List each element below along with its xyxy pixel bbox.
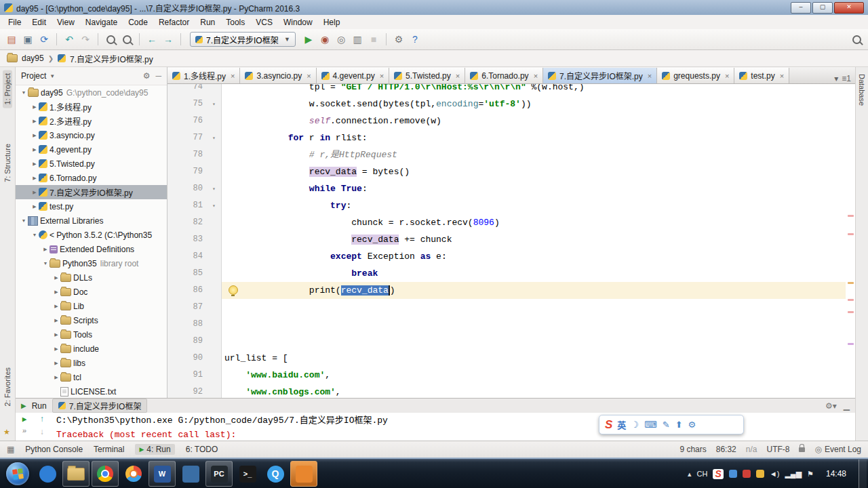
close-tab-icon[interactable]: × <box>456 72 460 80</box>
redo-icon[interactable]: ↷ <box>78 32 93 47</box>
editor-tab-5[interactable]: 6.Tornado.py× <box>465 68 543 83</box>
code-line[interactable]: 74 tpl = "GET / HTTP/1.0\r\nHost:%s\r\n\… <box>167 84 846 96</box>
sync-icon[interactable]: ⟳ <box>37 32 52 47</box>
close-tab-icon[interactable]: × <box>725 72 729 80</box>
caret-position-indicator[interactable]: 86:32 <box>716 445 736 454</box>
browser-360-icon[interactable] <box>35 462 60 486</box>
tree-item[interactable]: ▶2.多进程.py <box>16 114 167 128</box>
code-line[interactable]: 77▾ for r in rlist: <box>167 129 846 146</box>
chrome-icon[interactable] <box>92 461 119 487</box>
statusbar-6-todo[interactable]: 6: TODO <box>186 445 218 454</box>
tool-window-button-structure[interactable]: 7: Structure <box>0 140 15 186</box>
start-button[interactable] <box>6 462 29 485</box>
qq-icon[interactable]: Q <box>262 462 288 486</box>
prev-trace-icon[interactable]: ↑ <box>39 415 44 424</box>
help-icon[interactable]: ? <box>408 32 422 47</box>
collapse-arrow-icon[interactable]: ▼ <box>20 90 28 95</box>
sogou-logo-icon[interactable]: S <box>605 418 612 432</box>
close-button[interactable]: ✕ <box>834 2 864 14</box>
code-line[interactable]: 85 break <box>167 265 846 282</box>
tree-item[interactable]: ▼Python35library root <box>16 256 167 270</box>
expand-arrow-icon[interactable]: ▶ <box>41 247 50 252</box>
tool-window-button-database[interactable]: Database <box>856 74 868 106</box>
rerun-icon[interactable]: ▶ <box>22 415 27 424</box>
menu-tools[interactable]: Tools <box>220 16 250 28</box>
back-icon[interactable]: ← <box>144 32 159 47</box>
menu-view[interactable]: View <box>52 16 80 28</box>
tree-item[interactable]: ▶6.Tornado.py <box>16 171 167 185</box>
statusbar-python-console[interactable]: Python Console <box>25 445 83 454</box>
menu-code[interactable]: Code <box>123 16 153 28</box>
code-line[interactable]: 84 except Exception as e: <box>167 248 846 265</box>
collapse-arrow-icon[interactable]: ▼ <box>20 218 28 223</box>
expand-arrow-icon[interactable]: ▶ <box>31 190 39 195</box>
statusbar-4-run[interactable]: ▶4: Run <box>135 444 174 455</box>
editor-tab-1[interactable]: 1.多线程.py× <box>167 68 240 83</box>
expand-arrow-icon[interactable]: ▶ <box>52 375 60 380</box>
coverage-icon[interactable]: ◎ <box>334 32 349 47</box>
editor-tab-8[interactable]: test.py× <box>734 68 789 83</box>
run-configuration-select[interactable]: 7.自定义异步IO框架 ▼ <box>190 32 296 47</box>
editor-tab-6[interactable]: 7.自定义异步IO框架.py× <box>543 68 657 83</box>
volume-icon[interactable]: ◄) <box>770 470 780 478</box>
run-hide-icon[interactable]: ▁ <box>844 401 850 411</box>
tool-window-switcher-icon[interactable]: ▦ <box>7 445 14 454</box>
chevron-down-icon[interactable]: ▼ <box>50 73 55 79</box>
expand-arrow-icon[interactable]: ▶ <box>52 275 60 281</box>
collapse-arrow-icon[interactable]: ▼ <box>41 261 50 266</box>
close-tab-icon[interactable]: × <box>380 72 384 80</box>
undo-icon[interactable]: ↶ <box>62 32 77 47</box>
panel-hide-icon[interactable]: ─ <box>155 71 161 81</box>
app-blue-icon[interactable] <box>178 462 203 486</box>
console-app-icon[interactable]: >_ <box>235 462 260 486</box>
code-line[interactable]: 91 'www.baidu.com', <box>167 367 846 384</box>
maximize-button[interactable]: ▢ <box>812 2 833 14</box>
expand-arrow-icon[interactable]: ▶ <box>31 204 39 209</box>
run-content-tab[interactable]: 7.自定义异步IO框架 <box>52 399 148 413</box>
ime-moon-icon[interactable]: ☽ <box>631 420 639 430</box>
tray-app1-icon[interactable] <box>729 470 737 478</box>
expand-arrow-icon[interactable]: ▶ <box>31 147 39 152</box>
panel-settings-gear-icon[interactable]: ⚙ <box>143 71 151 81</box>
tree-item[interactable]: ▶3.asyncio.py <box>16 128 167 142</box>
code-line[interactable]: 79 recv_data = bytes() <box>167 163 846 180</box>
close-tab-icon[interactable]: × <box>780 72 784 80</box>
ime-skin-icon[interactable]: ⬆ <box>675 420 683 430</box>
action-center-icon[interactable]: ⚑ <box>807 470 814 479</box>
search-everywhere-icon[interactable] <box>849 32 864 47</box>
editor-tab-3[interactable]: 4.gevent.py× <box>317 68 389 83</box>
ime-handwriting-icon[interactable]: ✎ <box>663 420 670 430</box>
code-line[interactable]: 82 chunck = r.socket.recv(8096) <box>167 214 846 231</box>
ime-keyboard-icon[interactable]: ⌨ <box>644 420 657 430</box>
tree-item[interactable]: ▶Tools <box>16 327 167 342</box>
debug-icon[interactable]: ◉ <box>317 32 332 47</box>
code-line[interactable]: 80▾ while True: <box>167 180 846 197</box>
active-app-icon[interactable] <box>290 461 317 487</box>
menu-edit[interactable]: Edit <box>26 16 52 28</box>
close-tab-icon[interactable]: × <box>231 72 235 80</box>
fold-marker-icon[interactable]: ▾ <box>207 96 222 113</box>
code-line[interactable]: 75▾ w.socket.send(bytes(tpl,encoding='ut… <box>167 96 846 113</box>
sogou-ime-icon[interactable]: S <box>713 469 723 479</box>
menu-run[interactable]: Run <box>195 16 220 28</box>
minimize-button[interactable]: – <box>791 2 811 14</box>
settings-icon[interactable]: ⚙ <box>391 32 406 47</box>
expand-arrow-icon[interactable]: ▶ <box>52 304 60 309</box>
tool-window-button-project[interactable]: 1: Project <box>0 70 15 108</box>
tree-item[interactable]: ▶7.自定义异步IO框架.py <box>16 185 167 199</box>
tree-item[interactable]: ▶tcl <box>16 370 167 384</box>
editor-tab-4[interactable]: 5.Twisted.py× <box>389 68 465 83</box>
tree-item[interactable]: ▶test.py <box>16 199 167 214</box>
tree-item[interactable]: ▶libs <box>16 356 167 370</box>
tree-item[interactable]: ▶1.多线程.py <box>16 100 167 114</box>
expand-arrow-icon[interactable]: ▶ <box>52 346 60 352</box>
expand-arrow-icon[interactable]: ▶ <box>52 361 60 366</box>
tree-item[interactable]: ▶Scripts <box>16 313 167 327</box>
tree-item[interactable]: ▶Extended Definitions <box>16 242 167 256</box>
breadcrumb-project[interactable]: day95 <box>22 54 44 63</box>
menu-file[interactable]: File <box>3 16 26 28</box>
stop-icon[interactable]: ■ <box>366 32 381 47</box>
profiler-icon[interactable]: ▥ <box>350 32 365 47</box>
code-line[interactable]: 81▾ try: <box>167 197 846 214</box>
expand-arrow-icon[interactable]: ▶ <box>31 161 39 167</box>
